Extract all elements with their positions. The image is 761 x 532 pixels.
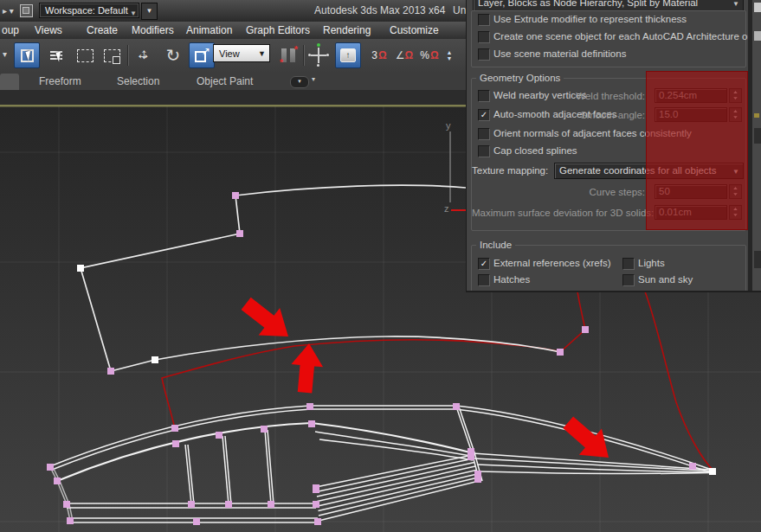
checkbox-use-scene-materials[interactable] (478, 48, 490, 61)
edge-marker (754, 113, 759, 118)
percent-snap-toggle-button[interactable]: % Ω (416, 42, 442, 68)
ribbon-mini-tab[interactable] (0, 74, 19, 90)
weld-threshold-label: Weld threshold: (545, 91, 645, 101)
pivot-star-icon: * (294, 44, 298, 54)
edge-dark-block (754, 128, 761, 144)
application-window: ▸ ▾ Workspace: Default ▼ ▼ Autodesk 3ds … (0, 0, 761, 532)
annotation-arrows (235, 290, 620, 471)
workspace-menu-button[interactable]: ▼ (141, 3, 158, 20)
keyboard-shortcut-override-toggle[interactable]: ↑ (335, 42, 361, 68)
checkbox-label: Use Extrude modifier to represent thickn… (493, 14, 687, 24)
up-arrow-icon: ↑ (340, 48, 356, 62)
pivot-bar-icon: * (290, 48, 295, 62)
snap-toggle-3d-button[interactable]: 3 Ω (364, 42, 394, 68)
derive-objects-by-value: Layer, Blocks as Node Hierarchy, Split b… (478, 0, 698, 8)
tab-selection[interactable]: Selection (117, 73, 159, 90)
workspace-selector[interactable]: Workspace: Default ▼ (39, 3, 139, 18)
select-and-rotate-button[interactable]: ↻ (160, 42, 186, 68)
cube-icon (113, 56, 120, 64)
pivot-star-icon: * (280, 57, 283, 67)
snap-cross-icon (318, 48, 319, 63)
wing-shape-spline[interactable] (50, 406, 712, 522)
menu-create[interactable]: Create (87, 22, 118, 39)
angle-snap-toggle-button[interactable]: ∠ Ω (391, 42, 417, 68)
checkbox-hatches[interactable] (478, 274, 490, 286)
scale-arrow-icon: ↗ (202, 45, 210, 57)
tab-object-paint[interactable]: Object Paint (197, 73, 253, 90)
select-by-name-button[interactable] (43, 42, 69, 68)
workspace-selector-label: Workspace: Default (45, 5, 128, 16)
ribbon-options-arrow-icon[interactable]: ▾ (312, 75, 315, 83)
snaps-cross-button[interactable] (306, 42, 332, 68)
checkbox-cap-closed-splines[interactable] (478, 145, 490, 157)
hatches-label: Hatches (493, 274, 530, 285)
axis-z-label: z (444, 203, 449, 214)
select-object-button[interactable] (14, 42, 40, 68)
sun-and-sky-label: Sun and sky (638, 274, 693, 285)
rotate-icon: ↻ (166, 45, 181, 66)
menu-views[interactable]: Views (35, 22, 62, 39)
snap-3-label: 3 (371, 49, 377, 61)
checkbox-lights[interactable] (622, 258, 635, 270)
checkbox-create-scene-object[interactable] (478, 31, 490, 43)
snap-green-dot-icon (317, 43, 320, 47)
menu-rendering[interactable]: Rendering (323, 22, 371, 39)
checkbox-orient-normals[interactable] (478, 128, 490, 140)
toolbar-divider (127, 45, 128, 66)
ribbon-minimize-button[interactable]: ▼ (290, 76, 309, 88)
magnet-icon: Ω (378, 49, 387, 61)
snap-dot-icon (326, 54, 329, 56)
menu-animation[interactable]: Animation (186, 22, 232, 39)
chevron-down-icon: ▼ (130, 6, 137, 21)
lights-label: Lights (638, 258, 665, 268)
use-pivot-point-center-button[interactable]: * * (274, 42, 303, 68)
edge-button (754, 31, 761, 41)
select-and-move-button[interactable]: ↔ ↕ (131, 42, 157, 68)
checkbox-use-extrude[interactable] (478, 14, 490, 26)
selection-rect-icon (77, 49, 94, 62)
menu-modifiers[interactable]: Modifiers (132, 22, 174, 39)
max-surface-deviation-label: Maximum surface deviation for 3D solids: (472, 208, 645, 218)
tab-freeform[interactable]: Freeform (39, 73, 81, 90)
reference-coordinate-label: View (219, 48, 240, 59)
select-and-scale-button[interactable]: ↗ (189, 42, 215, 68)
checkbox-auto-smooth[interactable]: ✓ (478, 109, 490, 121)
smooth-angle-label: Smooth-angle: (545, 110, 645, 120)
axis-y-label: y (446, 120, 451, 131)
window-edge-strip (752, 0, 761, 292)
checkbox-label: Use scene material definitions (493, 48, 626, 59)
checkbox-label: Create one scene object for each AutoCAD… (493, 31, 758, 42)
window-crossing-toggle-button[interactable] (99, 42, 125, 68)
pivot-bar-icon: * (281, 48, 287, 62)
magnet-icon: Ω (405, 49, 414, 61)
cap-closed-splines-label: Cap closed splines (493, 145, 577, 156)
checkbox-weld-nearby-vertices[interactable] (478, 90, 490, 102)
spinner-arrows-icon: ▲▼ (447, 49, 453, 61)
spinner-snap-toggle-button[interactable]: ▲▼ (441, 42, 458, 68)
include-title: Include (476, 240, 515, 250)
workspace-manager-inner-icon (23, 7, 29, 14)
quick-access-flyout-icon[interactable]: ▸ ▾ (3, 0, 14, 22)
magnet-icon: Ω (430, 49, 439, 61)
window-title: Autodesk 3ds Max 2013 x64 (314, 0, 445, 22)
curve-steps-label: Curve steps: (545, 187, 645, 197)
menu-group[interactable]: oup (2, 22, 19, 39)
snap-dot-icon (308, 54, 311, 56)
rectangular-selection-region-button[interactable] (72, 42, 98, 68)
move-icon-vertical: ↕ (140, 46, 148, 63)
include-groupbox (471, 245, 746, 292)
autocad-import-options-dialog: Layer, Blocks as Node Hierarchy, Split b… (466, 0, 761, 292)
highlight-overlay (646, 71, 748, 230)
snap-dot-icon (317, 64, 319, 67)
edge-button (754, 3, 761, 12)
checkbox-external-references[interactable]: ✓ (478, 258, 490, 270)
chevron-down-icon: ▼ (258, 45, 266, 62)
toolbar-flyout-icon[interactable]: ▾ (3, 43, 7, 65)
edge-dark-block (754, 251, 761, 268)
texture-mapping-label: Texture mapping: (472, 165, 548, 176)
reference-coordinate-system-dropdown[interactable]: View ▼ (213, 44, 270, 62)
menu-graph-editors[interactable]: Graph Editors (246, 22, 310, 39)
workspace-manager-icon[interactable] (20, 4, 33, 17)
menu-customize[interactable]: Customize (390, 22, 439, 39)
checkbox-sun-and-sky[interactable] (622, 274, 635, 286)
